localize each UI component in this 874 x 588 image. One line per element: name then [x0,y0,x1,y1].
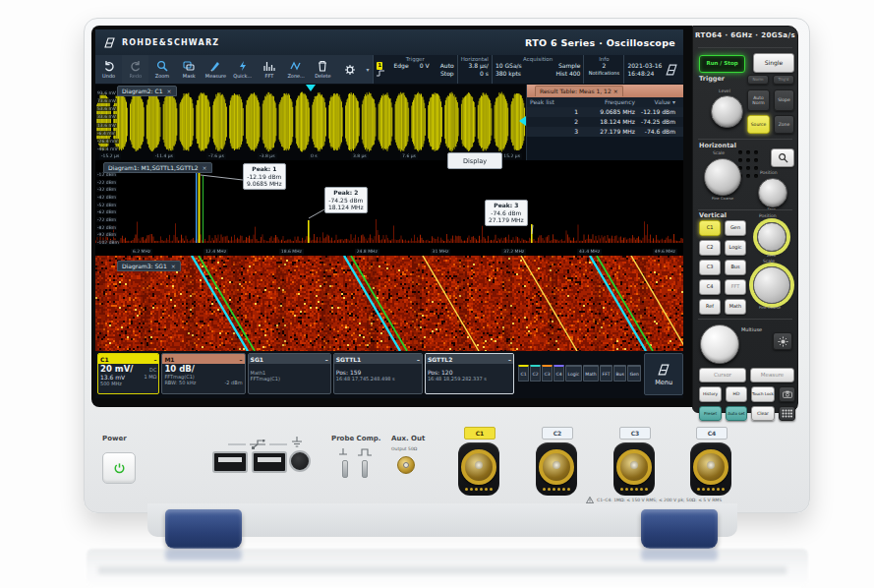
probe-comp-pin-ground[interactable] [342,460,348,478]
logic-button[interactable]: Logic [725,240,746,256]
toolbar-more-caret[interactable]: ▾ [363,55,373,84]
table-row[interactable]: 3 27.179 MHz -74.6 dBm [527,127,683,137]
norm-indicator[interactable]: Norm [747,75,769,85]
vertical-scale-knob[interactable] [753,266,790,304]
minimize-icon[interactable]: – [153,356,156,363]
table-row[interactable]: 2 18.124 MHz -74.25 dBm [527,117,683,127]
peak3-callout[interactable]: Peak: 3 -74.6 dBm 27.179 MHz [485,200,528,226]
touchscreen[interactable]: ROHDE&SCHWARZ RTO 6 Series · Oscilloscop… [95,29,683,398]
channel-c2-button[interactable]: C2 [699,240,721,256]
zone-trigger-button[interactable]: Zone [774,115,794,134]
app-button-math[interactable]: Math [583,365,599,382]
menu-button[interactable]: Menu [644,353,683,395]
minimize-icon[interactable]: – [325,356,328,363]
multiuse-knob[interactable] [700,324,739,364]
quick-actions-button[interactable]: Quick... [229,55,256,84]
single-button[interactable]: Single [753,53,794,73]
c2-bnc-connector[interactable] [536,442,577,496]
peak2-callout[interactable]: Peak: 2 -74.25 dBm 18.124 MHz [324,187,368,213]
channel-c4-button[interactable]: C4 [699,279,721,295]
history-button[interactable]: History [699,386,722,402]
tab-diagram2-c1[interactable]: Diagram2: C1 × [117,86,177,96]
touch-lock-button[interactable]: Touch Lock [751,386,775,402]
usb-port-2[interactable] [252,451,287,473]
fft-tool-button[interactable]: FFT [256,55,282,84]
app-button-c1[interactable]: C1 [518,365,529,382]
m1-signal-box[interactable]: M1– 10 dB/ FFTmag(C1) RBW: 50 kHz-2 dBm [161,353,245,394]
tab-result-table[interactable]: Result Table: Meas 1, 12 × [535,86,623,96]
horizontal-status-box[interactable]: Horizontal 3.8 µs/ 0 s [457,55,492,84]
measure-button[interactable]: Measure [203,55,229,84]
minimize-icon[interactable]: – [508,356,511,363]
c1-signal-box[interactable]: C1– 20 mV/DC 13.6 mV1 MΩ 500 MHz [97,353,159,394]
channel-c1-button[interactable]: C1 [699,220,721,236]
run-stop-button[interactable]: Run / Stop [699,55,745,73]
channel-c3-button[interactable]: C3 [699,260,721,275]
app-button-gen[interactable]: Gen [627,365,641,382]
redo-button[interactable]: Redo [122,55,148,84]
delete-button[interactable]: Delete [310,55,336,84]
trigger-position-marker[interactable] [306,85,316,91]
clear-button[interactable]: Clear [751,406,775,421]
peak-list-table[interactable]: Peak list Frequency Value ▾ 1 9.0685 MHz… [527,97,683,160]
fft-panel-button[interactable]: FFT [725,279,746,295]
aux-out-connector[interactable] [397,456,415,474]
spectrogram-plot[interactable] [95,256,683,351]
waveform-diagram[interactable]: Diagram2: C1 × 93.6 mV73.6 mV 53.6 mV33.… [95,85,526,160]
sg1-signal-box[interactable]: SG1– Math1 FFTmag(C1) [248,353,331,394]
ref-button[interactable]: Ref [699,299,721,315]
slope-button[interactable]: Slope [774,89,794,111]
source-button[interactable]: Source [747,115,770,134]
tab-diagram3-sg1[interactable]: Diagram3: SG1 × [117,261,181,271]
app-button-fft[interactable]: FFT [600,365,612,382]
trigger-status-box[interactable]: Trigger 1 Edge 0 V Auto Stop [373,55,457,84]
undo-button[interactable]: Undo [95,55,122,84]
auto-norm-button[interactable]: Auto Norm [747,89,770,111]
gen-button[interactable]: Gen [725,220,746,236]
horizontal-scale-knob[interactable] [704,158,741,196]
acquisition-status-box[interactable]: Acquisition 10 GSa/s Sample 380 kpts His… [492,55,584,84]
minimize-icon[interactable]: – [417,356,420,363]
screenshot-button[interactable] [779,386,795,402]
cursor-button[interactable]: Cursor [699,368,746,382]
sgttl1-signal-box[interactable]: SGTTL1– Pos: 159 16:48 17,745.248.498 s [333,353,423,394]
zone-button[interactable]: Zone... [283,55,310,84]
minimize-icon[interactable]: – [240,356,243,363]
trigger-level-knob[interactable] [711,95,743,128]
apps-button[interactable] [779,406,795,421]
mask-button[interactable]: Mask [176,55,203,84]
vertical-position-knob[interactable] [757,222,787,252]
tab-diagram3-close-icon[interactable]: × [171,262,176,270]
info-status-box[interactable]: Info 2 Notifications [583,55,623,84]
trigger-level-marker[interactable] [519,116,526,126]
spectrogram-diagram[interactable]: Diagram3: SG1 × [95,256,683,351]
ground-terminal[interactable] [289,450,311,472]
bus-button[interactable]: Bus [725,260,746,275]
display-popup[interactable]: Display [447,152,502,169]
c1-bnc-connector[interactable] [458,442,499,496]
settings-button[interactable] [336,55,363,84]
app-button-bus[interactable]: Bus [613,365,626,382]
result-table-close-icon[interactable]: × [613,88,618,94]
math-button[interactable]: Math [725,299,746,315]
app-button-c2[interactable]: C2 [530,365,541,382]
trigd-indicator[interactable]: Trig'd [773,75,794,85]
power-button[interactable] [102,452,136,484]
zoom-tool-button[interactable]: Zoom [148,55,175,84]
result-table-panel[interactable]: Result Table: Meas 1, 12 × Peak list Fre… [526,85,683,160]
preset-button[interactable]: Preset [699,406,722,421]
app-button-logic[interactable]: Logic [565,365,582,382]
horizontal-position-knob[interactable] [758,178,787,207]
sgttl2-signal-box[interactable]: SGTTL2– Pos: 120 16:48 18,259.282.337 s [425,353,514,394]
c3-bnc-connector[interactable] [613,442,655,496]
col-value[interactable]: Value ▾ [635,97,678,107]
usb-port-1[interactable] [212,451,248,473]
hd-button[interactable]: HD [726,386,747,402]
tab-diagram2-close-icon[interactable]: × [167,87,172,95]
horizontal-zoom-button[interactable] [771,148,794,167]
table-row[interactable]: 1 9.0685 MHz -12.19 dBm [527,107,683,117]
app-button-c3[interactable]: C3 [542,365,553,382]
peak1-callout[interactable]: Peak: 1 -12.19 dBm 9.0685 MHz [243,163,286,190]
intensity-button[interactable] [773,332,792,350]
autoset-button[interactable]: Auto set [726,406,747,421]
